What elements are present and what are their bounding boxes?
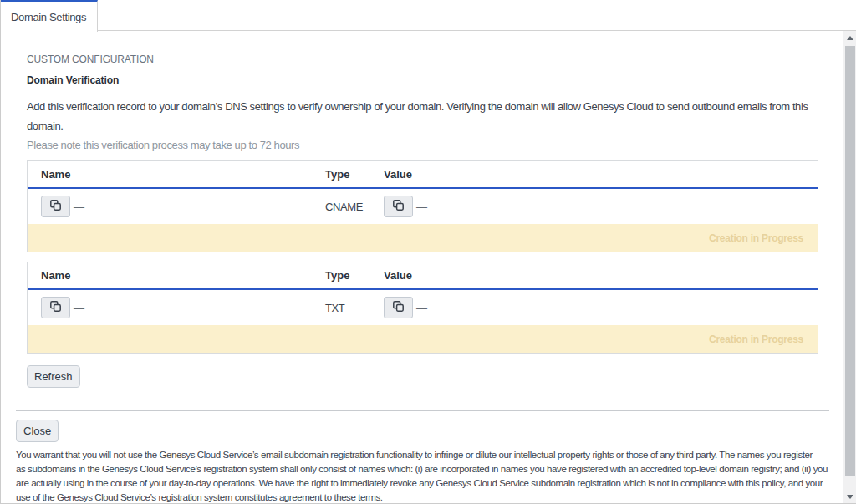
copy-icon	[49, 199, 62, 214]
verification-description: Add this verification record to your dom…	[27, 98, 818, 135]
section-eyebrow: CUSTOM CONFIGURATION	[27, 53, 818, 65]
copy-icon	[392, 300, 405, 315]
status-badge: Creation in Progress	[709, 333, 803, 345]
record-type: TXT	[325, 302, 344, 314]
column-header-name: Name	[28, 168, 325, 181]
scrollbar-thumb[interactable]	[845, 46, 855, 476]
main-area: CUSTOM CONFIGURATION Domain Verification…	[1, 31, 856, 504]
column-header-value: Value	[384, 269, 818, 282]
column-header-type: Type	[325, 168, 384, 181]
verification-note: Please note this verification process ma…	[27, 139, 818, 151]
dns-record-table-txt: Name Type Value	[27, 262, 818, 354]
close-button[interactable]: Close	[16, 420, 59, 442]
column-header-name: Name	[28, 269, 325, 282]
status-row: Creation in Progress	[28, 325, 818, 353]
column-header-value: Value	[384, 168, 818, 181]
copy-name-button[interactable]	[41, 297, 70, 318]
content-area: CUSTOM CONFIGURATION Domain Verification…	[1, 31, 843, 504]
value-value: —	[416, 302, 427, 314]
copy-icon	[49, 300, 62, 315]
arrow-up-icon	[847, 36, 853, 40]
tab-domain-settings[interactable]: Domain Settings	[1, 0, 98, 32]
table-header-row: Name Type Value	[28, 262, 818, 290]
copy-value-button[interactable]	[384, 297, 413, 318]
arrow-down-icon	[847, 495, 853, 499]
section-title: Domain Verification	[27, 74, 818, 86]
status-row: Creation in Progress	[28, 224, 818, 252]
custom-configuration-panel: CUSTOM CONFIGURATION Domain Verification…	[16, 53, 829, 388]
copy-value-button[interactable]	[384, 196, 413, 217]
vertical-scrollbar[interactable]	[843, 31, 856, 504]
copy-name-button[interactable]	[41, 196, 70, 217]
table-row: — CNAME	[28, 189, 818, 224]
footer-divider	[16, 410, 829, 411]
table-header-row: Name Type Value	[28, 161, 818, 189]
column-header-type: Type	[325, 269, 384, 282]
value-value: —	[416, 201, 427, 213]
scroll-down-button[interactable]	[843, 490, 856, 504]
name-value: —	[74, 201, 84, 213]
dns-record-table-cname: Name Type Value	[27, 160, 818, 252]
record-type: CNAME	[325, 201, 363, 213]
copy-icon	[392, 199, 405, 214]
tab-label: Domain Settings	[11, 11, 86, 23]
refresh-button[interactable]: Refresh	[27, 365, 80, 388]
tab-bar: Domain Settings	[1, 0, 856, 31]
name-value: —	[74, 302, 84, 314]
table-row: — TXT	[28, 290, 818, 325]
legal-text: You warrant that you will not use the Ge…	[16, 448, 829, 504]
scroll-up-button[interactable]	[843, 31, 856, 45]
domain-settings-window: Domain Settings CUSTOM CONFIGURATION Dom…	[0, 0, 856, 504]
status-badge: Creation in Progress	[709, 232, 803, 244]
